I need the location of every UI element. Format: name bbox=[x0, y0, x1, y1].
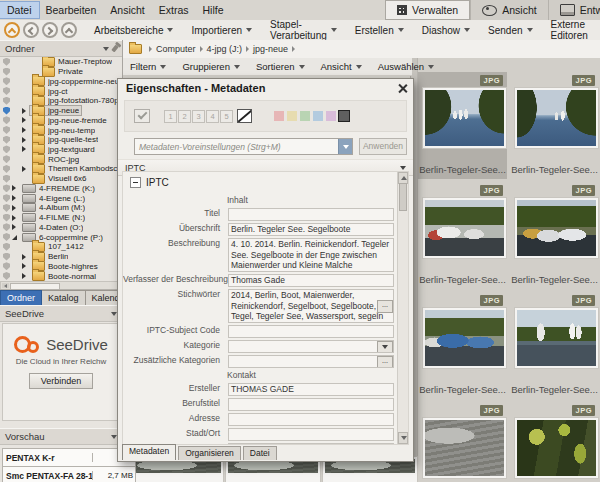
color-label-red[interactable] bbox=[274, 111, 284, 121]
color-label-blue[interactable] bbox=[313, 111, 323, 121]
folder-tree-item[interactable]: Visuell 6x6 bbox=[0, 174, 120, 184]
folder-tree-item-selected[interactable]: jpg-neue bbox=[0, 106, 120, 116]
dropdown-button-icon[interactable] bbox=[377, 341, 393, 353]
nav-forward-icon[interactable] bbox=[42, 22, 58, 38]
folder-tree-item[interactable]: Themen Kambodscha bbox=[0, 164, 120, 174]
breadcrumb-folder[interactable]: jpg-neue bbox=[253, 44, 288, 54]
menu-extras[interactable]: Extras bbox=[152, 2, 196, 18]
beschreibung-input[interactable]: 4. 10. 2014. Berlin. Reinickendorf. Tege… bbox=[228, 238, 394, 272]
thumbnail-item[interactable]: JPG Berlin-Tegeler-See... bbox=[510, 182, 599, 289]
tab-datei[interactable]: Datei bbox=[243, 446, 277, 460]
filter-gruppieren[interactable]: Gruppieren bbox=[174, 61, 248, 72]
ellipsis-button[interactable]: ... bbox=[377, 300, 393, 313]
menu-hilfe[interactable]: Hilfe bbox=[196, 2, 231, 18]
menu-bearbeiten[interactable]: Bearbeiten bbox=[39, 2, 104, 18]
collapse-arrow-icon[interactable] bbox=[12, 235, 20, 240]
expand-arrow-icon[interactable] bbox=[22, 127, 30, 133]
rating-1-button[interactable]: 1 bbox=[164, 110, 177, 123]
kategorie-input[interactable] bbox=[228, 340, 394, 353]
mode-verwalten-button[interactable]: Verwalten bbox=[385, 0, 470, 20]
expand-arrow-icon[interactable] bbox=[22, 137, 30, 143]
folder-tree-item[interactable]: Boote-highres bbox=[0, 261, 120, 271]
folder-tree-item[interactable]: Berlin bbox=[0, 252, 120, 262]
thumbnail-item[interactable]: JPG Berlin-Tegeler-See... bbox=[510, 72, 599, 179]
tab-ordner[interactable]: Ordner bbox=[0, 290, 42, 306]
verfasser-input[interactable]: Thomas Gade bbox=[228, 274, 394, 287]
thumbnail-item[interactable]: JPG Berlin-Tegeler-See... bbox=[418, 292, 507, 399]
berufstitel-input[interactable] bbox=[228, 398, 394, 411]
titel-input[interactable] bbox=[228, 208, 394, 221]
thumbnail-item[interactable]: JPG Berlin-Tegeler-See... bbox=[510, 292, 599, 399]
folder-tree-item[interactable]: 107_1412 bbox=[0, 242, 120, 252]
adresse-input[interactable] bbox=[228, 413, 394, 426]
folder-tree-item[interactable]: Mauer-Treptow bbox=[0, 57, 120, 67]
tab-organisieren[interactable]: Organisieren bbox=[178, 446, 241, 460]
tag-checkbox[interactable] bbox=[134, 109, 150, 123]
folder-tree-item[interactable]: jpg-neue-fremde bbox=[0, 115, 120, 125]
nav-up-icon[interactable] bbox=[4, 22, 20, 38]
scrollbar-thumb[interactable] bbox=[399, 183, 407, 211]
anwenden-button[interactable]: Anwenden bbox=[359, 138, 407, 155]
toolbar-arbeitsbereiche[interactable]: Arbeitsbereiche bbox=[85, 25, 182, 36]
menu-datei[interactable]: Datei bbox=[0, 2, 39, 18]
expand-arrow-icon[interactable] bbox=[22, 108, 30, 114]
mode-entwickeln-button[interactable]: Entw bbox=[548, 0, 600, 20]
thumbnail-item[interactable]: JPG bbox=[418, 402, 507, 482]
expand-arrow-icon[interactable] bbox=[22, 263, 30, 269]
toolbar-stapel-verarbeitung[interactable]: Stapel-Verarbeitung bbox=[261, 19, 346, 41]
menu-ansicht[interactable]: Ansicht bbox=[103, 2, 151, 18]
scroll-down-icon[interactable] bbox=[398, 432, 408, 444]
seedrive-panel-header[interactable]: SeeDrive bbox=[0, 305, 122, 322]
folder-tree-item[interactable]: Private bbox=[0, 67, 120, 77]
pin-icon[interactable] bbox=[111, 45, 119, 53]
tab-metadaten[interactable]: Metadaten bbox=[122, 444, 176, 460]
thumbnail-item[interactable]: JPG Berlin-Tegeler-See... bbox=[418, 72, 507, 179]
expand-arrow-icon[interactable] bbox=[12, 185, 20, 191]
clear-rating-icon[interactable] bbox=[237, 109, 252, 123]
expand-arrow-icon[interactable] bbox=[22, 254, 30, 260]
folder-tree-item[interactable]: 4-Album (M:) bbox=[0, 203, 120, 213]
folder-tree-item[interactable]: jpg-textguard bbox=[0, 145, 120, 155]
toolbar-externe-editoren[interactable]: Externe Editoren bbox=[542, 19, 600, 41]
folder-tree-item[interactable]: jpg-neu-temp bbox=[0, 125, 120, 135]
folder-tree-item[interactable]: 6-coppermine (P:) bbox=[0, 232, 120, 242]
color-label-yellow[interactable] bbox=[287, 111, 297, 121]
zusaetzliche-kategorien-input[interactable]: ... bbox=[228, 355, 394, 368]
close-icon[interactable] bbox=[398, 84, 407, 93]
expand-arrow-icon[interactable] bbox=[12, 205, 20, 211]
ersteller-input[interactable]: THOMAS GADE bbox=[228, 383, 394, 396]
thumbnail-item[interactable]: JPG bbox=[510, 402, 599, 482]
folder-tree-item[interactable]: jpg-coppermine-neu bbox=[0, 76, 120, 86]
chevron-down-icon[interactable] bbox=[103, 47, 109, 51]
folder-tree-item[interactable]: ROC-jpg bbox=[0, 154, 120, 164]
collapse-minus-icon[interactable] bbox=[130, 177, 141, 188]
color-label-none[interactable] bbox=[339, 111, 349, 121]
vertical-scrollbar[interactable] bbox=[397, 172, 408, 444]
folder-tree-item[interactable]: jpg-ct bbox=[0, 86, 120, 96]
iptc-section-header[interactable]: IPTC bbox=[123, 173, 397, 193]
folder-tree-item[interactable]: jpg-fotostation-780px bbox=[0, 96, 120, 106]
filter-sortieren[interactable]: Sortieren bbox=[248, 61, 313, 72]
filter-auswaehlen[interactable]: Auswählen bbox=[370, 61, 442, 72]
expand-arrow-icon[interactable] bbox=[22, 273, 30, 279]
vorschau-panel-header[interactable]: Vorschau bbox=[0, 428, 122, 445]
nav-back-icon[interactable] bbox=[23, 22, 39, 38]
breadcrumb-drive[interactable]: 4-jpg (J:) bbox=[207, 44, 243, 54]
rating-2-button[interactable]: 2 bbox=[178, 110, 191, 123]
rating-3-button[interactable]: 3 bbox=[192, 110, 205, 123]
ellipsis-button[interactable]: ... bbox=[377, 356, 393, 368]
verbinden-button[interactable]: Verbinden bbox=[29, 373, 94, 389]
expand-arrow-icon[interactable] bbox=[12, 195, 20, 201]
tab-katalog[interactable]: Katalog bbox=[42, 290, 86, 306]
folder-tree-item[interactable]: 4-Daten (O:) bbox=[0, 222, 120, 232]
filter-filtern[interactable]: Filtern bbox=[122, 61, 174, 72]
expand-arrow-icon[interactable] bbox=[22, 146, 30, 152]
breadcrumb-computer[interactable]: Computer bbox=[156, 44, 196, 54]
dropdown-button-icon[interactable] bbox=[338, 139, 352, 154]
color-label-green[interactable] bbox=[300, 111, 310, 121]
folder-tree-item[interactable]: Boote-normal bbox=[0, 271, 120, 281]
toolbar-senden[interactable]: Senden bbox=[479, 25, 541, 36]
folder-tree-item[interactable]: 4-FREMDE (K:) bbox=[0, 184, 120, 194]
expand-arrow-icon[interactable] bbox=[12, 224, 20, 230]
filter-ansicht[interactable]: Ansicht bbox=[313, 61, 370, 72]
